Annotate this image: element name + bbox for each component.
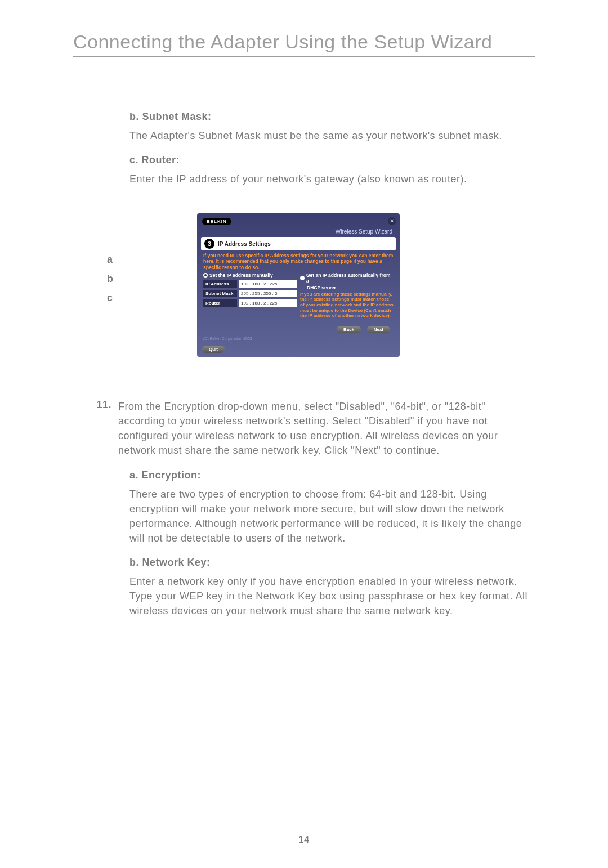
step11-body: From the Encryption drop-down menu, sele… [118, 399, 535, 458]
wizard-title: Wireless Setup Wizard [199, 229, 398, 237]
copyright-text: (C) Belkin Corporation 2003 [199, 337, 398, 342]
radio-dhcp[interactable]: Get an IP address automatically from a [300, 272, 394, 284]
radio-manual[interactable]: Set the IP address manually [203, 272, 297, 278]
callout-a: a [107, 250, 113, 269]
callout-c: c [107, 288, 113, 307]
back-button[interactable]: Back [337, 326, 361, 333]
networkkey-body: Enter a network key only if you have enc… [129, 574, 535, 618]
radio-dhcp-label: Get an IP address automatically from a [306, 272, 394, 284]
subnet-label: Subnet Mask [203, 290, 237, 297]
radio-icon [300, 276, 305, 280]
brand-logo: BELKIN [202, 218, 231, 225]
router-input[interactable]: 192 . 168 . 2 . 225 [239, 299, 297, 307]
router-label: Router [203, 299, 237, 307]
subnet-heading: b. Subnet Mask: [129, 111, 535, 123]
wizard-header-text: IP Address Settings [218, 241, 271, 247]
step-number: 11. [96, 399, 111, 458]
networkkey-heading: b. Network Key: [129, 557, 535, 569]
wizard-figure: a b c BELKIN ✕ Wireless Setup Wizard 3 I… [73, 213, 535, 360]
next-button[interactable]: Next [367, 326, 390, 333]
radio-manual-label: Set the IP address manually [209, 272, 273, 278]
encryption-body: There are two types of encryption to cho… [129, 487, 535, 545]
wizard-right-text: If you are entering these settings manua… [300, 292, 394, 319]
quit-button[interactable]: Quit [202, 346, 225, 353]
ip-label: IP Address [203, 280, 237, 288]
page-title: Connecting the Adapter Using the Setup W… [73, 31, 535, 57]
router-body: Enter the IP address of your network's g… [129, 172, 535, 186]
encryption-heading: a. Encryption: [129, 469, 535, 481]
step-number-icon: 3 [204, 239, 214, 249]
radio-icon [203, 273, 208, 278]
subnet-input[interactable]: 255 . 255 . 255 . 0 [239, 290, 297, 297]
dhcp-sub: DHCP server [307, 285, 394, 290]
page-number: 14 [0, 834, 608, 845]
ip-input[interactable]: 192 . 168 . 2 . 225 [239, 280, 297, 288]
close-icon[interactable]: ✕ [388, 217, 396, 225]
wizard-header: 3 IP Address Settings [201, 237, 396, 250]
wizard-warning: If you need to use specific IP Address s… [199, 253, 398, 272]
subnet-body: The Adapter's Subnet Mask must be the sa… [129, 128, 535, 143]
router-heading: c. Router: [129, 154, 535, 166]
callout-b: b [107, 269, 113, 288]
wizard-window: BELKIN ✕ Wireless Setup Wizard 3 IP Addr… [197, 213, 400, 357]
